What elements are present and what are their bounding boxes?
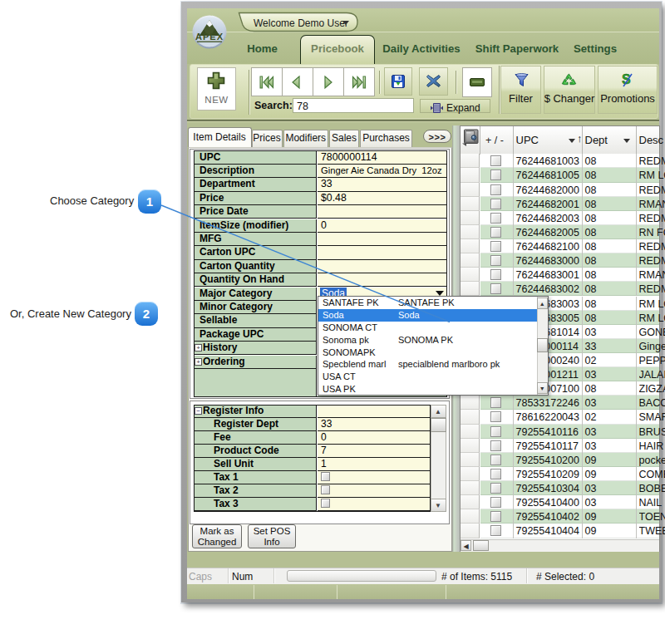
svg-text:S: S xyxy=(622,72,631,86)
svg-text:APEX: APEX xyxy=(195,32,224,42)
